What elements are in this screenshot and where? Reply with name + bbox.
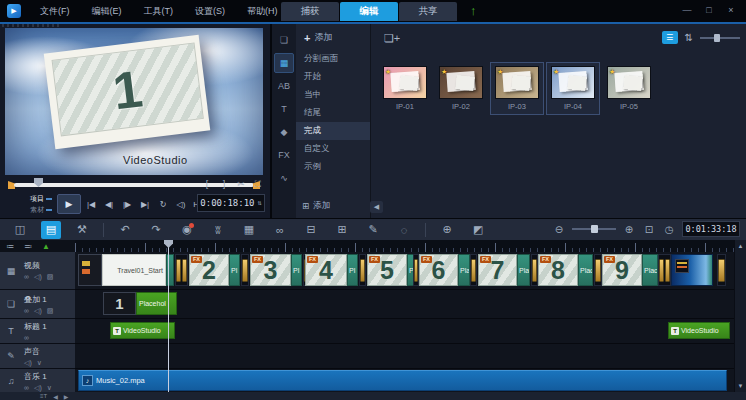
track-title-1-header[interactable]: T标题 1∞ xyxy=(0,319,75,344)
track-voice-header[interactable]: ✎声音◁)∨ xyxy=(0,344,75,369)
zoom-out-button[interactable]: ⊖ xyxy=(552,221,566,237)
mark-out-button[interactable]: ] xyxy=(218,178,230,190)
upload-arrow-icon[interactable]: ↑ xyxy=(470,3,477,18)
nav-transitions-icon[interactable]: AB xyxy=(274,76,294,96)
clip-ph[interactable]: Pl xyxy=(347,254,358,286)
clip-trans[interactable] xyxy=(717,254,726,286)
clip-ph[interactable]: Plac xyxy=(642,254,658,286)
volume-button[interactable]: ◁) xyxy=(173,196,189,212)
track-link-button[interactable]: ∞ xyxy=(24,273,29,281)
menu-tools[interactable]: 工具(T) xyxy=(133,0,185,22)
nav-graphics-icon[interactable]: ◆ xyxy=(274,122,294,142)
scroll-left-button[interactable]: ◀ xyxy=(53,392,58,400)
split-clip-button[interactable]: ✂ xyxy=(235,178,247,190)
category-当中[interactable]: 当中 xyxy=(296,86,370,104)
slider-knob[interactable] xyxy=(714,34,720,42)
track-ripple-button[interactable]: ▨ xyxy=(47,307,54,315)
next-frame-button[interactable]: |▶ xyxy=(119,196,135,212)
mark-in-button[interactable]: [ xyxy=(201,178,213,190)
nav-instant-project-icon[interactable]: ▦ xyxy=(274,53,294,73)
redo-button[interactable]: ↷ xyxy=(146,221,166,239)
minimize-button[interactable]: — xyxy=(678,0,696,20)
template-thumbnail[interactable]: ★ xyxy=(607,66,651,99)
clip-blue[interactable] xyxy=(671,254,713,286)
track-vol-button[interactable]: ◁) xyxy=(34,273,42,281)
tab-capture[interactable]: 捕获 xyxy=(281,2,339,21)
nav-motion-path-icon[interactable]: ∿ xyxy=(274,168,294,188)
category-开始[interactable]: 开始 xyxy=(296,68,370,86)
clip-num[interactable]: 3FX xyxy=(250,254,291,286)
menu-file[interactable]: 文件(F) xyxy=(29,0,81,22)
tab-edit[interactable]: 编辑 xyxy=(340,2,398,21)
enlarge-preview-button[interactable]: ⛶ xyxy=(252,178,264,190)
add-track-button[interactable]: ≕ xyxy=(24,240,32,252)
track-link-button[interactable]: ∞ xyxy=(24,384,29,392)
timeline-zoom-slider[interactable] xyxy=(572,224,616,234)
gallery-item[interactable]: ★IP-04 xyxy=(546,62,600,115)
play-button[interactable]: ▶ xyxy=(57,194,81,214)
undo-button[interactable]: ↶ xyxy=(115,221,135,239)
category-分割画面[interactable]: 分割画面 xyxy=(296,50,370,68)
scroll-right-button[interactable]: ▶ xyxy=(64,392,69,400)
clip-num[interactable]: 5FX xyxy=(367,254,407,286)
multi-trim-button[interactable]: ∞ xyxy=(270,221,290,239)
import-folder-icon[interactable]: ❏+ xyxy=(384,32,400,45)
timeline-ruler[interactable] xyxy=(75,240,735,252)
go-end-button[interactable]: ▶| xyxy=(137,196,153,212)
clip-ph[interactable]: Pl xyxy=(291,254,302,286)
go-start-button[interactable]: |◀ xyxy=(83,196,99,212)
track-height-toggle[interactable]: ≡T xyxy=(40,392,47,400)
subtitle-editor-button[interactable]: ⊟ xyxy=(301,221,321,239)
utility-button[interactable]: ⚒ xyxy=(72,221,92,239)
title-track-content[interactable]: TVideoStudioTVideoStudio xyxy=(75,319,735,344)
add-category-button[interactable]: + 添加 xyxy=(296,24,370,50)
title-clip[interactable]: TVideoStudio xyxy=(668,322,730,339)
track-link-button[interactable]: ∞ xyxy=(24,334,29,341)
nav-media-icon[interactable]: ❏ xyxy=(274,30,294,50)
zoom-in-button[interactable]: ⊕ xyxy=(622,221,636,237)
add-template-button[interactable]: ⊞ 添加 xyxy=(302,200,330,212)
template-thumbnail[interactable]: ★ xyxy=(495,66,539,99)
overlay-track-content[interactable]: 1Placehol xyxy=(75,290,735,319)
track-list-button[interactable]: ≔ xyxy=(6,240,14,252)
project-duration-icon[interactable]: ◷ xyxy=(662,221,676,237)
overlay-clip-mini1[interactable]: 1 xyxy=(103,292,136,315)
track-chev-button[interactable]: ∨ xyxy=(37,359,42,367)
clip-mini[interactable] xyxy=(78,254,102,286)
track-link-button[interactable]: ∞ xyxy=(24,307,29,315)
lasso-button[interactable]: ◌ xyxy=(394,221,414,239)
close-button[interactable]: × xyxy=(722,0,740,20)
category-结尾[interactable]: 结尾 xyxy=(296,104,370,122)
track-vol-button[interactable]: ◁) xyxy=(24,359,32,367)
mask-creator-button[interactable]: ◩ xyxy=(468,221,488,239)
scroll-down-button[interactable]: ▼ xyxy=(735,381,746,391)
clip-ph[interactable]: Plac xyxy=(578,254,593,286)
track-manager-button[interactable]: ⊞ xyxy=(332,221,352,239)
track-overlay-1-header[interactable]: ❏叠加 1∞◁)▨ xyxy=(0,290,75,319)
sound-mixer-button[interactable]: ʬ xyxy=(208,221,228,239)
clip-num[interactable]: 8FX xyxy=(538,254,578,286)
music-track-content[interactable]: ♪Music_02.mpa xyxy=(75,369,735,394)
thumbnail-size-slider[interactable] xyxy=(700,33,740,43)
template-thumbnail[interactable]: ★ xyxy=(439,66,483,99)
clip-trans[interactable] xyxy=(241,254,249,286)
menu-settings[interactable]: 设置(S) xyxy=(184,0,236,22)
nav-titles-icon[interactable]: T xyxy=(274,99,294,119)
clip-num[interactable]: 4FX xyxy=(305,254,347,286)
timeline-playhead[interactable] xyxy=(168,240,169,392)
clip-num[interactable]: 6FX xyxy=(419,254,458,286)
video-track-content[interactable]: Travel01_Start2FXPl3FXPl4FXPl5FXPl6FXPla… xyxy=(75,252,735,290)
gallery-item[interactable]: ★IP-01 xyxy=(378,62,432,115)
timecode-stepper[interactable]: ⇅ xyxy=(257,199,261,207)
slider-knob[interactable] xyxy=(591,225,598,233)
clip-name[interactable]: Travel01_Start xyxy=(102,254,166,286)
timeline-view-button[interactable]: ▤ xyxy=(41,221,61,239)
voice-track-content[interactable] xyxy=(75,344,735,369)
repeat-button[interactable]: ↻ xyxy=(155,196,171,212)
restore-button[interactable]: □ xyxy=(700,0,718,20)
gallery-item[interactable]: ★IP-05 xyxy=(602,62,656,115)
nav-filters-icon[interactable]: FX xyxy=(274,145,294,165)
title-clip[interactable]: TVideoStudio xyxy=(110,322,175,339)
track-music-1-header[interactable]: ♫音乐 1∞◁)∨ xyxy=(0,369,75,394)
clip-num[interactable]: 7FX xyxy=(478,254,517,286)
